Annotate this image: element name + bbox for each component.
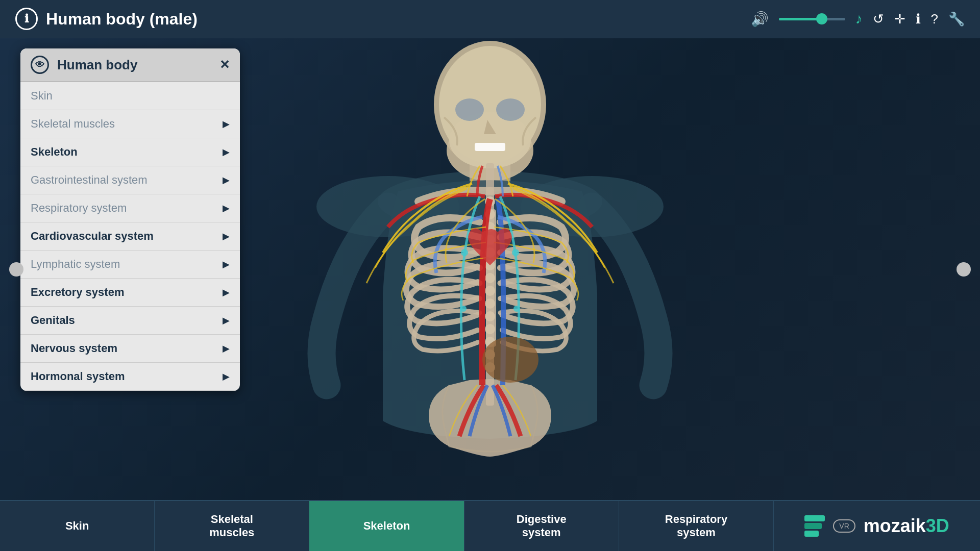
menu-item-label: Hormonal system [31,370,223,383]
menu-item-skeletal-muscles[interactable]: Skeletal muscles▶ [20,110,240,138]
menu-item-excretory-system[interactable]: Excretory system▶ [20,279,240,307]
header-controls: 🔊 ♪ ↺ ✛ ℹ ? 🔧 [751,11,965,28]
sidebar-header: 👁 Human body ✕ [20,48,240,82]
svg-point-32 [482,337,538,383]
bottom-tab-respiratory-system[interactable]: Respiratorysystem [619,501,774,551]
music-icon[interactable]: ♪ [855,11,863,27]
svg-point-30 [460,306,467,312]
menu-item-lymphatic-system[interactable]: Lymphatic system▶ [20,251,240,279]
menu-arrow-icon: ▶ [223,231,230,242]
svg-point-7 [449,112,531,168]
app-icon: ℹ [15,8,38,30]
mozaik-brand: VR mozaik3D [774,501,980,551]
menu-item-label: Lymphatic system [31,258,223,271]
nav-dot-right[interactable] [957,262,971,277]
menu-item-label: Genitals [31,314,223,327]
app-title: Human body (male) [46,10,198,29]
tab-label: Respiratorysystem [665,513,727,539]
svg-point-8 [455,98,484,121]
settings-icon[interactable]: 🔧 [948,11,965,27]
brand-name: mozaik3D [864,515,949,537]
svg-rect-10 [475,143,505,151]
svg-point-22 [485,298,495,309]
svg-point-21 [485,286,495,296]
menu-item-cardiovascular-system[interactable]: Cardiovascular system▶ [20,222,240,251]
menu-item-label: Excretory system [31,286,223,299]
sidebar-menu: SkinSkeletal muscles▶Skeleton▶Gastrointe… [20,82,240,391]
nav-dot-left[interactable] [9,262,23,277]
volume-track[interactable] [779,18,845,20]
logo-layer-2 [804,523,822,529]
menu-item-label: Skin [31,89,230,103]
logo-layer-1 [804,515,825,521]
menu-arrow-icon: ▶ [223,371,230,382]
svg-point-9 [496,98,525,121]
volume-icon[interactable]: 🔊 [751,11,769,28]
tab-label: Skin [65,519,89,533]
vr-badge: VR [833,519,855,533]
svg-point-28 [461,249,468,256]
bottom-tab-digestive-system[interactable]: Digestivesystem [464,501,619,551]
menu-item-label: Skeleton [31,145,223,159]
menu-arrow-icon: ▶ [223,146,230,158]
menu-item-label: Gastrointestinal system [31,173,223,187]
menu-item-label: Cardiovascular system [31,230,223,243]
menu-item-hormonal-system[interactable]: Hormonal system▶ [20,363,240,391]
svg-point-29 [512,249,519,256]
menu-arrow-icon: ▶ [223,315,230,326]
menu-item-label: Skeletal muscles [31,117,223,131]
menu-item-respiratory-system[interactable]: Respiratory system▶ [20,194,240,222]
menu-arrow-icon: ▶ [223,203,230,214]
svg-point-20 [485,273,495,283]
tab-label: Skeleton [363,519,410,533]
help-icon[interactable]: ? [931,11,938,27]
bottom-tabs: SkinSkeletalmusclesSkeletonDigestivesyst… [0,501,774,551]
volume-thumb[interactable] [816,13,827,24]
header: ℹ Human body (male) 🔊 ♪ ↺ ✛ ℹ ? 🔧 [0,0,980,38]
menu-item-genitals[interactable]: Genitals▶ [20,307,240,335]
tab-label: Digestivesystem [517,513,567,539]
menu-arrow-icon: ▶ [223,174,230,186]
menu-arrow-icon: ▶ [223,343,230,354]
menu-arrow-icon: ▶ [223,118,230,130]
info-icon[interactable]: ℹ [916,11,921,27]
eye-icon: 👁 [31,56,49,74]
volume-fill [779,18,822,20]
logo-layer-3 [804,531,819,537]
bottom-navigation: SkinSkeletalmusclesSkeletonDigestivesyst… [0,500,980,551]
tab-label: Skeletalmuscles [209,513,254,539]
sidebar-title: Human body [57,57,211,73]
svg-point-24 [485,324,495,334]
brand-suffix: 3D [926,515,949,536]
menu-arrow-icon: ▶ [223,259,230,270]
reset-icon[interactable]: ↺ [873,11,884,27]
info-symbol: ℹ [24,12,29,26]
menu-item-label: Respiratory system [31,202,223,215]
main-viewport[interactable]: 👁 Human body ✕ SkinSkeletal muscles▶Skel… [0,38,980,500]
volume-slider[interactable] [779,18,845,20]
header-left: ℹ Human body (male) [15,8,751,30]
move-icon[interactable]: ✛ [894,11,905,27]
svg-point-23 [485,311,495,321]
sidebar-panel: 👁 Human body ✕ SkinSkeletal muscles▶Skel… [20,48,240,391]
menu-item-skeleton[interactable]: Skeleton▶ [20,138,240,166]
menu-item-gastrointestinal-system[interactable]: Gastrointestinal system▶ [20,166,240,194]
bottom-tab-skeletal-muscles[interactable]: Skeletalmuscles [155,501,309,551]
bottom-tab-skin[interactable]: Skin [0,501,155,551]
menu-item-nervous-system[interactable]: Nervous system▶ [20,335,240,363]
menu-arrow-icon: ▶ [223,287,230,298]
svg-point-31 [513,306,520,312]
mozaik-logo-icon [804,515,825,537]
menu-item-skin[interactable]: Skin [20,82,240,110]
menu-item-label: Nervous system [31,342,223,355]
bottom-tab-skeleton[interactable]: Skeleton [309,501,464,551]
close-button[interactable]: ✕ [219,58,230,72]
